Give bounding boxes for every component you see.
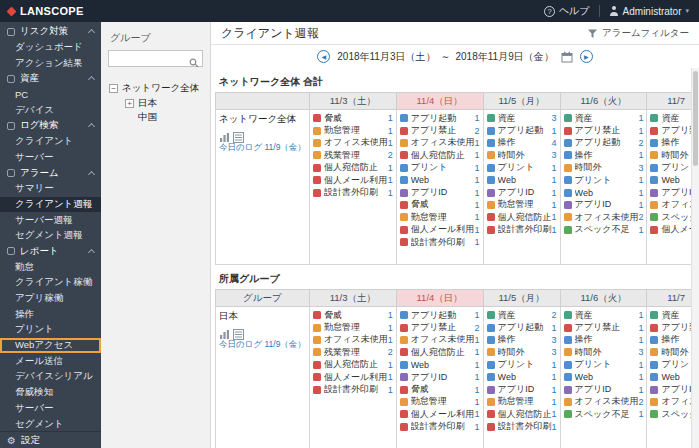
alarm-item[interactable]: オフィス未使用1 bbox=[650, 199, 691, 211]
chart-icon[interactable] bbox=[219, 326, 230, 337]
alarm-count[interactable]: 1 bbox=[475, 335, 480, 345]
sidebar-item[interactable]: サーバー bbox=[0, 150, 101, 166]
alarm-count[interactable]: 1 bbox=[388, 372, 393, 382]
group-search-input[interactable] bbox=[112, 54, 189, 64]
sidebar-item[interactable]: Webアクセス bbox=[0, 338, 101, 354]
alarm-item[interactable]: アプリ起動2 bbox=[564, 137, 644, 149]
alarm-item[interactable]: アプリID1 bbox=[400, 186, 480, 198]
alarm-count[interactable]: 1 bbox=[475, 225, 480, 235]
alarm-item[interactable]: アプリ禁止1 bbox=[650, 321, 691, 333]
next-week-button[interactable]: ▶ bbox=[580, 50, 593, 63]
tree-node-root[interactable]: −ネットワーク全体 bbox=[101, 81, 210, 96]
alarm-item[interactable]: オフィス未使用2 bbox=[564, 396, 644, 408]
alarm-count[interactable]: 2 bbox=[388, 150, 393, 160]
alarm-item[interactable]: Web1 bbox=[487, 174, 557, 186]
alarm-count[interactable]: 3 bbox=[552, 347, 557, 357]
alarm-item[interactable]: 時間外3 bbox=[564, 346, 644, 358]
alarm-item[interactable]: プリント1 bbox=[400, 162, 480, 174]
alarm-count[interactable]: 1 bbox=[475, 138, 480, 148]
alarm-item[interactable]: オフィス未使用1 bbox=[313, 334, 393, 346]
alarm-item[interactable]: オフィス未使用1 bbox=[400, 137, 480, 149]
help-button[interactable]: ? ヘルプ bbox=[544, 4, 590, 18]
alarm-count[interactable]: 1 bbox=[475, 150, 480, 160]
alarm-count[interactable]: 3 bbox=[552, 113, 557, 123]
alarm-count[interactable]: 3 bbox=[638, 347, 643, 357]
alarm-count[interactable]: 1 bbox=[552, 422, 557, 432]
alarm-item[interactable]: Web1 bbox=[487, 371, 557, 383]
alarm-count[interactable]: 1 bbox=[388, 175, 393, 185]
alarm-count[interactable]: 1 bbox=[552, 126, 557, 136]
search-icon[interactable] bbox=[189, 54, 199, 64]
alarm-count[interactable]: 1 bbox=[638, 372, 643, 382]
alarm-item[interactable]: 勤怠管理1 bbox=[400, 396, 480, 408]
alarm-count[interactable]: 1 bbox=[638, 225, 643, 235]
alarm-item[interactable]: 勤怠管理1 bbox=[400, 211, 480, 223]
alarm-item[interactable]: 個人メール利用1 bbox=[400, 224, 480, 236]
alarm-item[interactable]: 資産1 bbox=[650, 112, 691, 124]
alarm-count[interactable]: 1 bbox=[475, 163, 480, 173]
calendar-icon[interactable] bbox=[561, 51, 573, 63]
alarm-count[interactable]: 1 bbox=[388, 385, 393, 395]
sidebar-item[interactable]: 操作 bbox=[0, 306, 101, 322]
alarm-count[interactable]: 1 bbox=[638, 360, 643, 370]
alarm-count[interactable]: 1 bbox=[552, 175, 557, 185]
alarm-item[interactable]: 時間外3 bbox=[487, 149, 557, 161]
tree-node-child[interactable]: 中国 bbox=[101, 110, 210, 124]
alarm-count[interactable]: 1 bbox=[638, 175, 643, 185]
alarm-item[interactable]: 脅威1 bbox=[313, 112, 393, 124]
alarm-count[interactable]: 1 bbox=[388, 323, 393, 333]
alarm-count[interactable]: 1 bbox=[552, 225, 557, 235]
sidebar-item[interactable]: 勤怠 bbox=[0, 259, 101, 275]
alarm-item[interactable]: スペック不足1 bbox=[564, 408, 644, 420]
sidebar-section-header[interactable]: アラーム bbox=[0, 165, 101, 181]
alarm-item[interactable]: 個人メール利用1 bbox=[650, 224, 691, 236]
alarm-item[interactable]: アプリID1 bbox=[400, 371, 480, 383]
alarm-item[interactable]: 資産1 bbox=[564, 112, 644, 124]
alarm-count[interactable]: 1 bbox=[552, 212, 557, 222]
alarm-item[interactable]: オフィス未使用1 bbox=[650, 396, 691, 408]
alarm-item[interactable]: 時間外6 bbox=[650, 149, 691, 161]
alarm-item[interactable]: アプリ禁止1 bbox=[564, 124, 644, 136]
sidebar-item[interactable]: 脅威検知 bbox=[0, 385, 101, 401]
alarm-item[interactable]: 個人宛信防止1 bbox=[313, 359, 393, 371]
alarm-item[interactable]: 脅威1 bbox=[400, 383, 480, 395]
alarm-item[interactable]: プリント1 bbox=[650, 359, 691, 371]
alarm-count[interactable]: 1 bbox=[475, 113, 480, 123]
collapse-icon[interactable]: − bbox=[109, 84, 118, 93]
alarm-item[interactable]: 個人宛信防止1 bbox=[487, 211, 557, 223]
scrollbar-thumb[interactable] bbox=[693, 71, 698, 166]
alarm-count[interactable]: 1 bbox=[552, 188, 557, 198]
alarm-count[interactable]: 1 bbox=[638, 310, 643, 320]
sidebar-section-header[interactable]: ログ検索 bbox=[0, 118, 101, 134]
alarm-count[interactable]: 2 bbox=[388, 347, 393, 357]
tree-node-child[interactable]: +日本 bbox=[101, 96, 210, 110]
alarm-item[interactable]: アプリ起動1 bbox=[400, 309, 480, 321]
alarm-item[interactable]: 勤怠管理1 bbox=[313, 321, 393, 333]
today-log-link[interactable]: 今日のログ 11/9（金） bbox=[219, 339, 306, 351]
sidebar-item[interactable]: クライアント週報 bbox=[0, 197, 101, 213]
prev-week-button[interactable]: ◀ bbox=[317, 50, 330, 63]
alarm-item[interactable]: 操作2 bbox=[650, 334, 691, 346]
alarm-count[interactable]: 1 bbox=[388, 163, 393, 173]
alarm-item[interactable]: スペック不足1 bbox=[650, 211, 691, 223]
alarm-item[interactable]: 操作4 bbox=[487, 137, 557, 149]
alarm-item[interactable]: Web1 bbox=[650, 174, 691, 186]
list-icon[interactable] bbox=[233, 129, 244, 140]
alarm-item[interactable]: 資産1 bbox=[564, 309, 644, 321]
sidebar-item[interactable]: デバイスシリアル bbox=[0, 369, 101, 385]
alarm-count[interactable]: 1 bbox=[475, 360, 480, 370]
alarm-count[interactable]: 3 bbox=[552, 150, 557, 160]
alarm-item[interactable]: プリント1 bbox=[487, 162, 557, 174]
sidebar-item[interactable]: サマリー bbox=[0, 181, 101, 197]
alarm-item[interactable]: スペック不足1 bbox=[650, 408, 691, 420]
alarm-count[interactable]: 2 bbox=[552, 310, 557, 320]
sidebar-item[interactable]: アプリ稼働 bbox=[0, 291, 101, 307]
alarm-item[interactable]: アプリID1 bbox=[564, 199, 644, 211]
alarm-item[interactable]: 勤怠管理1 bbox=[313, 124, 393, 136]
alarm-count[interactable]: 1 bbox=[475, 175, 480, 185]
alarm-item[interactable]: 個人宛信防止1 bbox=[487, 408, 557, 420]
alarm-count[interactable]: 1 bbox=[475, 397, 480, 407]
alarm-item[interactable]: アプリ禁止2 bbox=[400, 124, 480, 136]
alarm-item[interactable]: 操作1 bbox=[564, 149, 644, 161]
alarm-item[interactable]: 操作1 bbox=[564, 334, 644, 346]
